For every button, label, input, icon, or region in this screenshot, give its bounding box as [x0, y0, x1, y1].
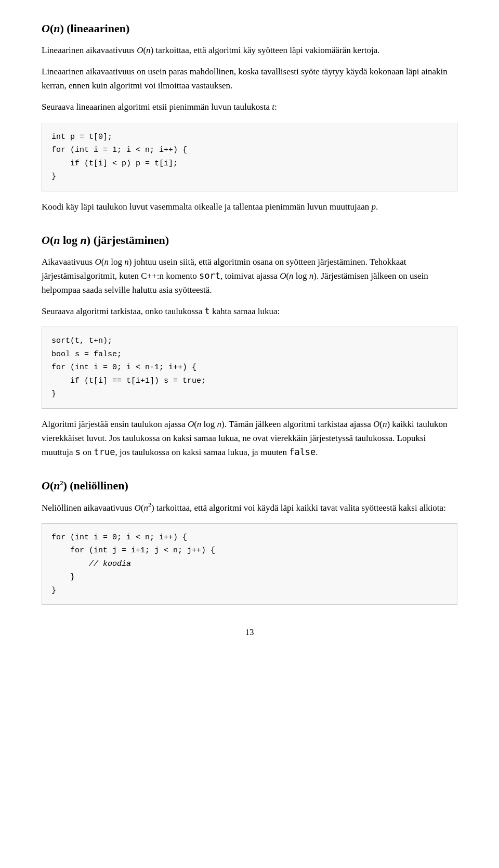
paragraph-linear-1: Lineaarinen aikavaativuus O(n) tarkoitta… [42, 43, 457, 57]
paragraph-linear-2: Lineaarinen aikavaativuus on usein paras… [42, 64, 457, 93]
section-quadratic: O(n2) (neliöllinen) Neliöllinen aikavaat… [42, 478, 457, 605]
code-block-quadratic: for (int i = 0; i < n; i++) { for (int j… [42, 523, 457, 605]
heading-text-quadratic: (neliöllinen) [70, 479, 128, 492]
heading-math-nlogn: O(n log n) [42, 234, 90, 247]
heading-quadratic: O(n2) (neliöllinen) [42, 478, 457, 494]
heading-linear: O(n) (lineaarinen) [42, 21, 457, 37]
heading-text-nlogn: (järjestäminen) [94, 234, 169, 247]
paragraph-nlogn-1: Aikavaativuus O(n log n) johtuu usein si… [42, 255, 457, 297]
paragraph-nlogn-after: Algoritmi järjestää ensin taulukon ajass… [42, 417, 457, 460]
heading-nlogn: O(n log n) (järjestäminen) [42, 232, 457, 249]
page-number: 13 [42, 626, 457, 639]
heading-text-linear: (lineaarinen) [67, 22, 129, 35]
page-content: O(n) (lineaarinen) Lineaarinen aikavaati… [42, 21, 457, 639]
section-linear: O(n) (lineaarinen) Lineaarinen aikavaati… [42, 21, 457, 214]
paragraph-linear-after: Koodi käy läpi taulukon luvut vasemmalta… [42, 200, 457, 214]
heading-math-linear: O(n) [42, 22, 64, 35]
heading-math-quadratic: O(n2) [42, 479, 67, 492]
code-block-nlogn: sort(t, t+n); bool s = false; for (int i… [42, 327, 457, 409]
page-number-value: 13 [245, 627, 254, 637]
paragraph-quadratic-1: Neliöllinen aikavaativuus O(n2) tarkoitt… [42, 500, 457, 515]
code-block-linear: int p = t[0]; for (int i = 1; i < n; i++… [42, 123, 457, 191]
paragraph-nlogn-2: Seuraava algoritmi tarkistaa, onko taulu… [42, 304, 457, 318]
section-nlogn: O(n log n) (järjestäminen) Aikavaativuus… [42, 232, 457, 460]
paragraph-linear-3: Seuraava lineaarinen algoritmi etsii pie… [42, 100, 457, 114]
